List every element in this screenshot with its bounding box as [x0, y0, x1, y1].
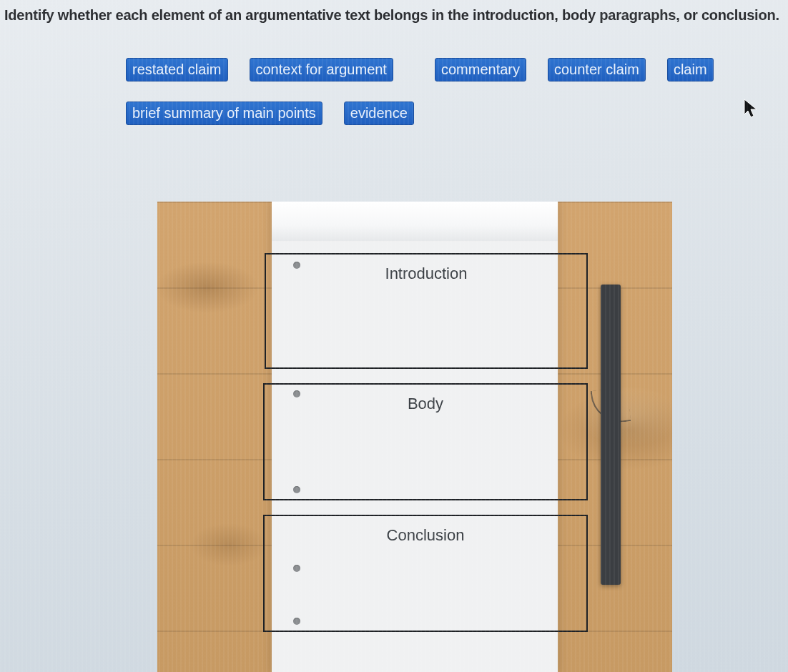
- drag-item-context-for-argument[interactable]: context for argument: [250, 58, 393, 81]
- paper-curl: [272, 202, 558, 242]
- dropzone-body[interactable]: Body: [263, 383, 588, 500]
- drag-item-brief-summary[interactable]: brief summary of main points: [126, 102, 322, 125]
- drag-item-claim[interactable]: claim: [667, 58, 714, 81]
- drag-item-restated-claim[interactable]: restated claim: [126, 58, 228, 81]
- drop-diagram: Introduction Body Conclusion: [157, 202, 672, 672]
- drag-row: restated claim context for argument comm…: [126, 58, 787, 81]
- dropzone-label: Body: [265, 385, 586, 413]
- dropzone-conclusion[interactable]: Conclusion: [263, 515, 588, 632]
- dropzone-introduction[interactable]: Introduction: [265, 253, 588, 369]
- drag-item-commentary[interactable]: commentary: [435, 58, 526, 81]
- dropzone-label: Conclusion: [265, 516, 586, 545]
- draggable-bank: restated claim context for argument comm…: [0, 29, 787, 125]
- drag-item-evidence[interactable]: evidence: [344, 102, 414, 125]
- dropzone-label: Introduction: [266, 255, 586, 283]
- question-text: Identify whether each element of an argu…: [0, 0, 788, 29]
- drag-row: brief summary of main points evidence: [126, 102, 787, 125]
- pen-icon: [601, 285, 621, 585]
- drag-item-counter-claim[interactable]: counter claim: [548, 58, 646, 81]
